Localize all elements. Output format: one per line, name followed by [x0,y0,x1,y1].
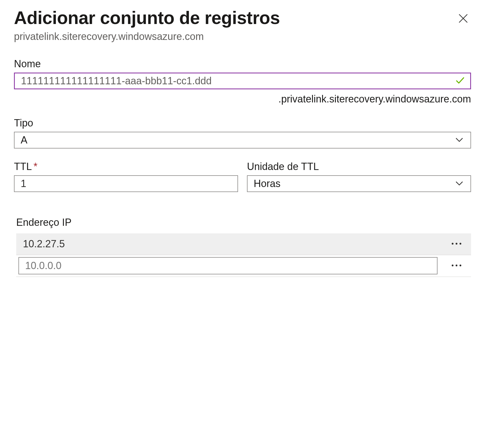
ttl-unit-select[interactable]: Horas [247,175,471,192]
ttl-input[interactable] [14,175,238,192]
name-input[interactable] [14,73,471,89]
ip-value: 10.2.27.5 [23,238,449,250]
svg-point-6 [456,264,457,266]
svg-point-2 [452,243,453,244]
more-icon [451,264,462,268]
ip-label: Endereço IP [16,217,471,228]
close-button[interactable] [457,8,471,25]
check-icon [455,75,465,87]
ip-row-new [16,255,471,277]
svg-point-4 [460,243,461,244]
chevron-down-icon [454,134,465,146]
more-icon [451,242,462,246]
ip-new-input[interactable] [18,257,438,274]
name-suffix: .privatelink.siterecovery.windowsazure.c… [14,93,471,105]
type-value: A [21,134,27,146]
svg-point-7 [460,264,461,266]
ip-row-actions-button[interactable] [449,239,464,249]
ttl-label: TTL* [14,161,238,173]
svg-point-3 [456,243,457,244]
ip-row-actions-button[interactable] [449,261,464,270]
ttl-unit-label: Unidade de TTL [247,161,471,173]
page-subtitle: privatelink.siterecovery.windowsazure.co… [14,31,471,42]
name-label: Nome [14,58,471,70]
page-title: Adicionar conjunto de registros [14,8,280,28]
ip-row[interactable]: 10.2.27.5 [16,233,471,255]
type-label: Tipo [14,117,471,129]
ttl-unit-value: Horas [254,178,280,190]
svg-point-5 [452,264,453,266]
chevron-down-icon [454,178,465,190]
type-select[interactable]: A [14,132,471,148]
required-indicator: * [34,161,37,172]
